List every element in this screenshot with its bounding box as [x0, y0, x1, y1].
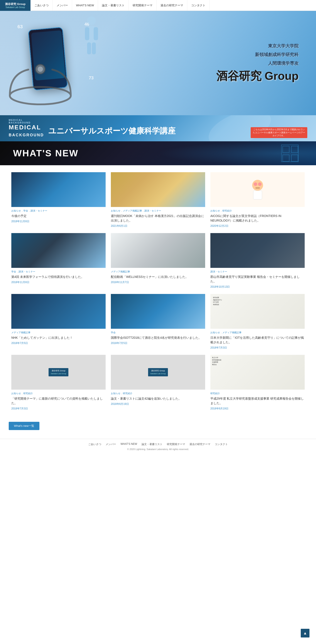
- svg-point-0: [10, 87, 71, 104]
- news-tag: お知らせ: [210, 209, 220, 212]
- footer-nav-greeting[interactable]: ごあいさつ: [88, 442, 101, 446]
- news-tags: 講演・セミナー: [210, 270, 305, 273]
- nav-whatsnew[interactable]: WHAT'S NEW: [72, 0, 98, 11]
- more-button[interactable]: What's new一覧: [9, 422, 39, 430]
- news-tag: メディア掲載記事: [11, 331, 31, 334]
- footer-nav-members[interactable]: メンバー: [106, 442, 116, 446]
- news-date: 2018年11月8日: [11, 220, 106, 223]
- nav-past[interactable]: 過去の研究テーマ: [156, 0, 187, 11]
- news-tags: お知らせ, 研究紹介: [111, 392, 205, 395]
- news-thumbnail: [210, 233, 305, 268]
- news-tag: お知らせ: [11, 392, 21, 395]
- news-card[interactable]: 私立大学研究基盤形成支援事業報告会 研究紹介 平成29年度 私立大学研究基盤形成…: [208, 352, 307, 413]
- news-thumbnail: [210, 172, 305, 207]
- nav-contact[interactable]: コンタクト: [187, 0, 210, 11]
- news-thumbnail: [111, 294, 205, 329]
- news-tags: お知らせ, 研究紹介: [11, 392, 106, 395]
- news-card[interactable]: 研究成果高齢者見守りIOT活用地域包括 お知らせ, メディア掲載記事 日本大学新…: [208, 291, 307, 352]
- news-tag: メディア掲載記事: [111, 270, 130, 273]
- news-tag: 研究紹介: [23, 392, 33, 395]
- news-tag: メディア掲載記事: [222, 331, 242, 334]
- news-card[interactable]: お知らせ, 研究紹介 AICOGに関する論文が英文学術誌（FRONTIERS I…: [208, 170, 307, 230]
- hero-title: 酒谷研究 Group: [216, 68, 298, 84]
- header: 酒谷研究 Group Sakatani Lab Group ごあいさつ メンバー…: [0, 0, 316, 11]
- footer-copyright: © 2020 Lightning. Sakatani Laboratory. A…: [9, 448, 307, 450]
- news-tag: お知らせ: [111, 209, 120, 212]
- hero-number-1: 63: [18, 24, 23, 30]
- svg-rect-17: [255, 188, 260, 188]
- news-tag: 研究紹介: [123, 392, 132, 395]
- news-thumbnail: [111, 233, 205, 268]
- news-tags: 学会: [111, 331, 205, 334]
- logo-jp-text: 酒谷研究 Group: [5, 2, 26, 6]
- news-headline: 今後の予定: [11, 214, 106, 218]
- news-card[interactable]: お知らせ, メディア掲載記事, 講演・セミナー 週刊朝日MOOK「未病から治す …: [108, 170, 208, 230]
- footer-nav-research[interactable]: 研究開発テーマ: [167, 442, 185, 446]
- footer-nav-past[interactable]: 過去の研究テーマ: [190, 442, 210, 446]
- footer-nav-whatsnew[interactable]: WHAT'S NEW: [120, 442, 137, 446]
- nav-research[interactable]: 研究開発テーマ: [129, 0, 156, 11]
- news-tags: メディア掲載記事: [11, 331, 106, 334]
- news-thumbnail: 私立大学研究基盤形成支援事業報告会: [210, 355, 305, 390]
- news-card[interactable]: メディア掲載記事 NHK「ためしてガッテン」に出演しました！ 2018年7月5日: [9, 291, 108, 352]
- nav-papers[interactable]: 論文・著書リスト: [98, 0, 129, 11]
- news-tag: お知らせ: [111, 392, 120, 395]
- news-tag: 学会: [11, 270, 16, 273]
- footer-nav-papers[interactable]: 論文・著書リスト: [141, 442, 163, 446]
- svg-point-3: [87, 16, 96, 25]
- hero-subtitle-3: 人間環境学専攻: [216, 60, 298, 67]
- logo-en-text: Sakatani Lab Group: [6, 6, 25, 8]
- news-card[interactable]: 講演・セミナー 郡山市高齢者見守り実証実験事業 報告会・セミナーを開催しました。…: [208, 230, 307, 291]
- news-date: 2018年11月7日: [111, 280, 205, 284]
- news-headline: 第4回 未来医学フォーラムで招待講演を行いました。: [11, 274, 106, 279]
- news-headline: NHK「ためしてガッテン」に出演しました！: [11, 336, 106, 340]
- news-date: 2018年7月5日: [111, 341, 205, 345]
- news-tag: お知らせ: [210, 331, 220, 334]
- news-date: 2018年7月5日: [11, 341, 106, 345]
- news-tags: 学会, 講演・セミナー: [11, 270, 106, 273]
- news-headline: 日本大学新聞に「IOTを活用した高齢者見守り」についての記事が掲載されました。: [210, 336, 305, 344]
- news-card[interactable]: 酒谷研究 GroupSakatani Lab Group お知らせ, 研究紹介 …: [9, 352, 108, 413]
- news-date: 2018年11月8日: [11, 280, 106, 284]
- news-tag: 研究紹介: [210, 392, 220, 395]
- news-card[interactable]: メディア掲載記事 配信動画「WELLNESSセミナー」に出演いたしました。 20…: [108, 230, 208, 291]
- medical-title-jp: ユニバーサルスポーツ健康科学講座: [48, 126, 176, 136]
- news-headline: 「研究開発テーマ」に最新の研究についての資料を掲載いたしました。: [11, 396, 106, 406]
- news-tags: メディア掲載記事: [111, 270, 205, 273]
- svg-rect-12: [291, 155, 298, 161]
- banner-grid-icon: [281, 144, 298, 162]
- news-headline: 論文・著書リストに論文42編を追加いたしました。: [111, 396, 205, 401]
- news-tag: 学会: [23, 209, 28, 212]
- site-logo[interactable]: 酒谷研究 Group Sakatani Lab Group: [0, 0, 31, 11]
- news-headline: 郡山市高齢者見守り実証実験事業 報告会・セミナーを開催しました。: [210, 274, 305, 284]
- hero-number-3: 73: [89, 76, 94, 80]
- nav-greeting[interactable]: ごあいさつ: [31, 0, 53, 11]
- news-tag: メディア掲載記事: [123, 209, 142, 212]
- news-card[interactable]: お知らせ, 学会, 講演・セミナー 今後の予定 2018年11月8日: [9, 170, 108, 230]
- nav-members[interactable]: メンバー: [53, 0, 72, 11]
- main-nav: ごあいさつ メンバー WHAT'S NEW 論文・著書リスト 研究開発テーマ 過…: [31, 0, 316, 11]
- medical-notice: こちらは2019年4月から2022年3月まで開講されていたユニバーサル健康スポー…: [251, 127, 307, 138]
- svg-rect-7: [87, 42, 91, 54]
- hero-section: 63 46 73 東京大学大学院 新領域創成科学研究科 人間環境学専攻: [0, 11, 316, 115]
- footer: ごあいさつ メンバー WHAT'S NEW 論文・著書リスト 研究開発テーマ 過…: [0, 439, 316, 458]
- news-tags: 研究紹介: [210, 392, 305, 395]
- news-card[interactable]: 酒谷研究 GroupSakatani Lab Group お知らせ, 研究紹介 …: [108, 352, 208, 413]
- news-date: 2021年6月1日: [111, 224, 205, 228]
- svg-point-15: [254, 182, 257, 186]
- news-tag: 学会: [111, 331, 116, 334]
- news-headline: 平成29年度 私立大学研究基盤形成支援事業 研究成果報告会を開催しました。: [210, 396, 305, 406]
- news-thumbnail: [11, 172, 106, 207]
- news-thumbnail: [111, 172, 205, 207]
- footer-nav-contact[interactable]: コンタクト: [215, 442, 228, 446]
- medical-banner-section: MEDICAL BACKGROUND MEDICALBACKGROUND ユニバ…: [0, 115, 316, 141]
- news-grid-section: お知らせ, 学会, 講演・セミナー 今後の予定 2018年11月8日 お知らせ,…: [0, 165, 316, 439]
- svg-point-2: [38, 66, 43, 72]
- news-thumbnail: [11, 233, 106, 268]
- whats-new-banner-title: WHAT'S NEW: [13, 148, 79, 158]
- more-button-wrapper: What's new一覧: [0, 418, 316, 439]
- news-card[interactable]: 学会, 講演・セミナー 第4回 未来医学フォーラムで招待講演を行いました。 20…: [9, 230, 108, 291]
- medical-title-en: MEDICALBACKGROUND: [9, 124, 44, 138]
- whats-new-banner-section: WHAT'S NEW: [0, 141, 316, 165]
- news-card[interactable]: 学会 国際学会ISOTT2018にて酒谷と院生4名が研究発表を行いました。 20…: [108, 291, 208, 352]
